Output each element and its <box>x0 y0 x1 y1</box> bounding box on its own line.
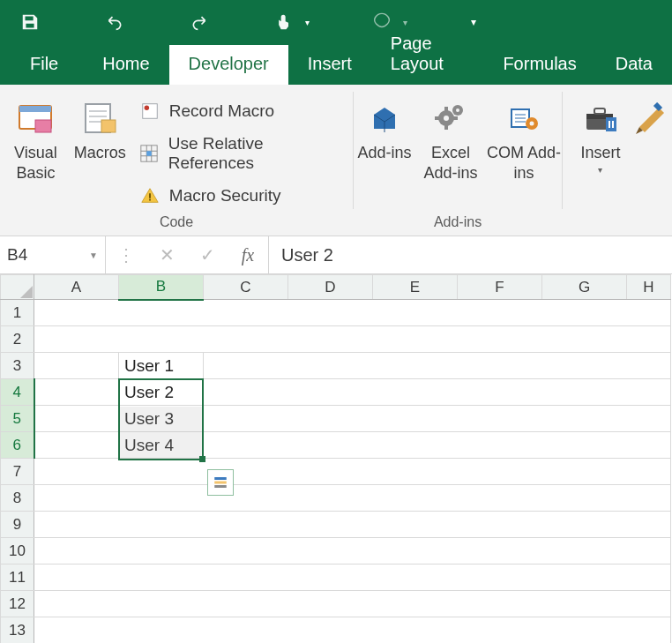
cell-B3[interactable]: User 1 <box>119 353 204 379</box>
col-header-D[interactable]: D <box>288 275 373 300</box>
record-macro-icon <box>139 101 161 122</box>
svg-rect-39 <box>214 482 227 484</box>
macro-security-label: Macro Security <box>169 186 281 206</box>
chevron-down-icon: ▾ <box>598 165 602 176</box>
svg-rect-16 <box>149 193 151 198</box>
com-addins-label: COM Add-ins <box>486 143 562 183</box>
svg-rect-8 <box>143 104 158 119</box>
col-header-A[interactable]: A <box>34 275 119 300</box>
svg-rect-23 <box>453 116 458 120</box>
fbar-menu-icon[interactable]: ⋮ <box>106 236 146 273</box>
visual-basic-label: Visual Basic <box>4 143 68 183</box>
record-macro-button[interactable]: Record Macro <box>139 101 346 122</box>
cell-B6[interactable]: User 4 <box>119 432 204 459</box>
redo-icon[interactable] <box>187 10 212 34</box>
cell-B5[interactable]: User 3 <box>119 406 204 432</box>
use-relative-label: Use Relative References <box>168 134 346 173</box>
formula-value[interactable]: User 2 <box>269 236 672 273</box>
quick-access-toolbar: ▾ ▾ ▾ <box>0 0 672 44</box>
cancel-icon[interactable]: ✕ <box>146 236 187 273</box>
tab-home[interactable]: Home <box>83 45 168 85</box>
row-header-5[interactable]: 5 <box>1 406 34 432</box>
use-relative-button[interactable]: Use Relative References <box>139 134 346 173</box>
svg-rect-17 <box>149 199 151 201</box>
svg-rect-40 <box>214 485 227 488</box>
col-header-C[interactable]: C <box>204 275 288 300</box>
cell-B4[interactable]: User 2 <box>119 379 204 406</box>
col-header-B[interactable]: B <box>119 275 204 300</box>
svg-rect-35 <box>606 117 616 131</box>
row-header-10[interactable]: 10 <box>1 538 34 564</box>
row-header-7[interactable]: 7 <box>1 459 34 485</box>
visual-basic-icon <box>16 99 55 138</box>
col-header-G[interactable]: G <box>542 275 627 300</box>
worksheet-grid[interactable]: A B C D E F G H 1 2 3User 1 4User 2 5Use… <box>0 274 672 643</box>
tab-developer[interactable]: Developer <box>169 45 288 85</box>
macro-security-button[interactable]: Macro Security <box>139 185 346 206</box>
addins-icon <box>365 99 404 138</box>
svg-rect-15 <box>147 151 153 156</box>
name-box[interactable]: B4 ▼ <box>0 236 106 273</box>
tab-file[interactable]: File <box>25 45 83 85</box>
com-addins-button[interactable]: COM Add-ins <box>486 93 562 183</box>
macros-label: Macros <box>74 143 126 163</box>
svg-rect-34 <box>594 108 605 114</box>
row-header-8[interactable]: 8 <box>1 485 34 512</box>
warning-icon <box>139 185 161 206</box>
svg-rect-20 <box>444 107 448 111</box>
excel-addins-button[interactable]: Excel Add-ins <box>415 93 486 183</box>
macros-button[interactable]: Macros <box>68 93 132 163</box>
shape-icon[interactable] <box>370 10 394 34</box>
use-relative-icon <box>139 143 160 164</box>
svg-point-25 <box>456 108 459 112</box>
row-header-13[interactable]: 13 <box>1 617 34 644</box>
row-header-11[interactable]: 11 <box>1 564 34 591</box>
excel-addins-label: Excel Add-ins <box>415 143 486 183</box>
row-header-9[interactable]: 9 <box>1 512 34 538</box>
ribbon: Visual Basic Macros Record Macro <box>0 85 672 236</box>
col-header-F[interactable]: F <box>458 275 542 300</box>
tab-data[interactable]: Data <box>596 45 672 85</box>
autofill-options-button[interactable] <box>207 469 234 496</box>
ribbon-tabs: File Home Developer Insert Page Layout F… <box>0 44 672 85</box>
tab-formulas[interactable]: Formulas <box>483 45 595 85</box>
excel-addins-icon <box>431 99 470 138</box>
design-mode-icon <box>632 99 671 138</box>
svg-rect-36 <box>609 121 610 128</box>
select-all-corner[interactable] <box>1 275 34 300</box>
svg-rect-2 <box>35 120 51 132</box>
enter-icon[interactable]: ✓ <box>187 236 228 273</box>
svg-point-19 <box>444 116 449 121</box>
name-box-value: B4 <box>7 245 27 265</box>
fx-icon[interactable]: fx <box>228 236 268 273</box>
row-header-1[interactable]: 1 <box>1 300 34 326</box>
svg-rect-1 <box>19 106 51 112</box>
addins-label: Add-ins <box>358 143 412 163</box>
design-mode-button[interactable] <box>631 93 672 138</box>
row-header-2[interactable]: 2 <box>1 326 34 353</box>
undo-icon[interactable] <box>102 10 127 34</box>
tab-insert[interactable]: Insert <box>288 45 371 85</box>
touch-mode-icon[interactable] <box>272 10 296 34</box>
group-label-addins: Add-ins <box>354 214 562 236</box>
insert-controls-label: Insert <box>580 143 620 163</box>
visual-basic-button[interactable]: Visual Basic <box>4 93 68 183</box>
insert-controls-button[interactable]: Insert ▾ <box>570 93 631 176</box>
col-header-H[interactable]: H <box>627 275 671 300</box>
name-box-dropdown-icon[interactable]: ▼ <box>89 250 98 260</box>
save-icon[interactable] <box>18 10 42 34</box>
svg-point-31 <box>530 122 534 126</box>
row-header-12[interactable]: 12 <box>1 591 34 617</box>
svg-rect-7 <box>101 120 116 132</box>
touch-mode-dropdown-icon[interactable]: ▾ <box>305 18 310 27</box>
shape-dropdown-icon[interactable]: ▾ <box>403 18 407 27</box>
col-header-E[interactable]: E <box>373 275 458 300</box>
formula-bar: B4 ▼ ⋮ ✕ ✓ fx User 2 <box>0 236 672 274</box>
row-header-4[interactable]: 4 <box>1 379 34 406</box>
row-header-6[interactable]: 6 <box>1 432 34 459</box>
svg-rect-22 <box>435 116 439 120</box>
row-header-3[interactable]: 3 <box>1 353 34 379</box>
addins-button[interactable]: Add-ins <box>354 93 415 163</box>
svg-rect-21 <box>444 125 448 130</box>
record-macro-label: Record Macro <box>169 101 274 121</box>
